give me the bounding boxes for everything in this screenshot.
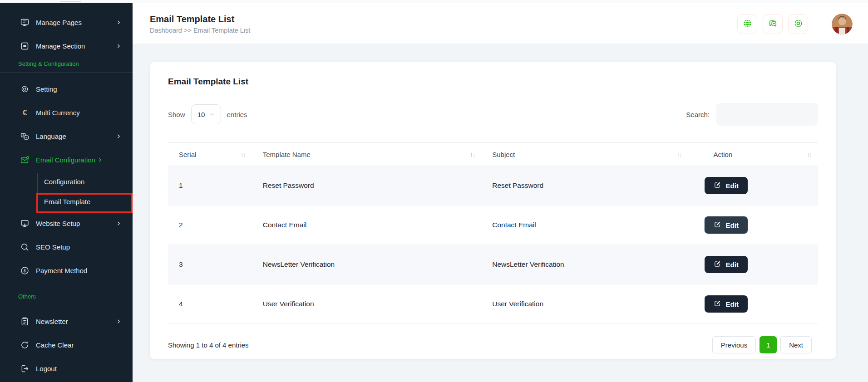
sidebar-item-cache-clear[interactable]: Cache Clear [0, 333, 133, 357]
content-area: Email Template List Show 10 entries Sear… [133, 44, 868, 382]
screen-icon [20, 17, 30, 27]
sidebar-item-payment-method[interactable]: $ Payment Method [0, 259, 133, 282]
edit-button-label: Edit [726, 261, 739, 269]
cell-template-name: Reset Password [252, 166, 481, 206]
edit-button[interactable]: Edit [705, 256, 748, 273]
cell-serial: 1 [168, 166, 252, 206]
sidebar-item-manage-section[interactable]: Manage Section [0, 34, 133, 58]
sidebar-item-multi-currency[interactable]: € Multi Currency [0, 101, 133, 124]
sidebar-item-label: Cache Clear [36, 341, 74, 349]
edit-button-label: Edit [726, 221, 739, 229]
card-footer: Showing 1 to 4 of 4 entries Previous 1 N… [168, 324, 818, 353]
email-template-card: Email Template List Show 10 entries Sear… [150, 62, 836, 359]
search-input[interactable] [716, 103, 818, 126]
submenu-item-configuration[interactable]: Configuration [0, 171, 133, 191]
table-wrap: Serial↑↓ Template Name↑↓ Subject↑↓ Actio… [168, 142, 818, 324]
search-icon [20, 242, 30, 252]
svg-text:a: a [25, 136, 27, 139]
chevron-right-icon [116, 43, 122, 49]
sort-desc-icon: ↓ [679, 151, 682, 158]
sort-icons[interactable]: ↑↓ [677, 151, 682, 158]
email-configuration-submenu: Configuration Email Template [0, 171, 133, 211]
logout-icon [20, 363, 30, 373]
main-area: Email Template List Dashboard >> Email T… [133, 0, 868, 382]
dollar-icon: $ [20, 265, 30, 275]
sidebar-item-label: Email Configuration [36, 156, 95, 164]
submenu-item-email-template[interactable]: Email Template [0, 191, 133, 211]
cropped-item-remnant [60, 1, 81, 2]
table-row: 2 Contact Email Contact Email Edit [168, 206, 818, 245]
pencil-square-icon [714, 181, 721, 190]
globe-button[interactable] [737, 14, 757, 34]
svg-text:$: $ [23, 268, 26, 273]
sidebar-item-website-setup[interactable]: Website Setup [0, 211, 133, 235]
sidebar-item-label: Setting [36, 85, 57, 93]
sidebar-item-label: Website Setup [36, 220, 80, 227]
column-header-action[interactable]: Action↑↓ [688, 143, 818, 166]
chevron-right-icon [116, 133, 122, 139]
sidebar-item-label: SEO Setup [36, 243, 70, 251]
sidebar-item-label: Manage Pages [36, 19, 82, 26]
pencil-square-icon [714, 220, 721, 230]
cell-serial: 3 [168, 245, 252, 284]
cell-template-name: User Verification [252, 284, 481, 324]
sidebar-item-seo-setup[interactable]: SEO Setup [0, 235, 133, 259]
sidebar-section-header: Setting & Configuration [0, 58, 133, 73]
table-row: 1 Reset Password Reset Password Edit [168, 166, 818, 206]
column-label: Serial [179, 151, 196, 158]
cell-template-name: NewsLetter Verification [252, 245, 481, 284]
cell-subject: Contact Email [481, 206, 688, 245]
newsletter-icon [20, 316, 30, 326]
sort-icons[interactable]: ↑↓ [241, 151, 246, 158]
edit-button-label: Edit [726, 300, 739, 308]
pencil-square-icon [714, 299, 721, 309]
cell-template-name: Contact Email [252, 206, 481, 245]
sort-desc-icon: ↓ [473, 151, 475, 158]
page-size-select[interactable]: 10 [191, 104, 221, 124]
column-label: Subject [492, 151, 515, 158]
column-header-serial[interactable]: Serial↑↓ [168, 143, 252, 166]
sidebar-item-setting[interactable]: Setting [0, 77, 133, 101]
pagination: Previous 1 Next [712, 336, 812, 353]
breadcrumb-home[interactable]: Dashboard [150, 27, 182, 34]
sort-icons[interactable]: ↑↓ [470, 151, 475, 158]
chat-button[interactable] [763, 14, 783, 34]
edit-button[interactable]: Edit [705, 295, 748, 313]
cell-serial: 2 [168, 206, 252, 245]
note-icon [20, 41, 30, 51]
header-actions [737, 14, 853, 34]
submenu-item-label: Email Template [44, 198, 90, 206]
sidebar-item-label: Manage Section [36, 42, 85, 50]
mail-icon [20, 155, 30, 165]
user-avatar[interactable] [832, 14, 853, 34]
edit-button[interactable]: Edit [705, 177, 748, 194]
table-header-row: Serial↑↓ Template Name↑↓ Subject↑↓ Actio… [168, 143, 818, 166]
chevron-down-icon [209, 111, 214, 118]
chevron-right-icon [116, 318, 122, 324]
settings-button[interactable] [788, 14, 808, 34]
sidebar-item-label: Multi Currency [36, 109, 80, 117]
cell-subject: Reset Password [481, 166, 688, 206]
globe-icon [742, 18, 753, 30]
edit-button[interactable]: Edit [705, 216, 748, 234]
current-page-button[interactable]: 1 [760, 336, 777, 353]
chevron-right-icon [116, 20, 122, 25]
next-page-button[interactable]: Next [780, 336, 812, 353]
search-label: Search: [686, 111, 710, 118]
translate-icon: Aa [20, 131, 30, 141]
sidebar-item-logout[interactable]: Logout [0, 357, 133, 380]
sidebar-item-newsletter[interactable]: Newsletter [0, 309, 133, 333]
entries-summary: Showing 1 to 4 of 4 entries [168, 341, 249, 349]
section-header-label: Setting & Configuration [18, 60, 79, 67]
sidebar-item-manage-pages[interactable]: Manage Pages [0, 10, 133, 34]
column-header-template-name[interactable]: Template Name↑↓ [252, 143, 481, 166]
sidebar: Manage Pages Manage Section Setting & Co… [0, 0, 133, 382]
sidebar-item-language[interactable]: Aa Language [0, 124, 133, 148]
pencil-square-icon [714, 260, 721, 269]
sort-icons[interactable]: ↑↓ [807, 151, 812, 158]
sidebar-section-header: Others [0, 290, 133, 305]
previous-page-button[interactable]: Previous [712, 336, 756, 353]
sidebar-item-email-configuration[interactable]: Email Configuration [0, 148, 133, 171]
svg-text:€: € [22, 108, 26, 117]
column-header-subject[interactable]: Subject↑↓ [481, 143, 688, 166]
